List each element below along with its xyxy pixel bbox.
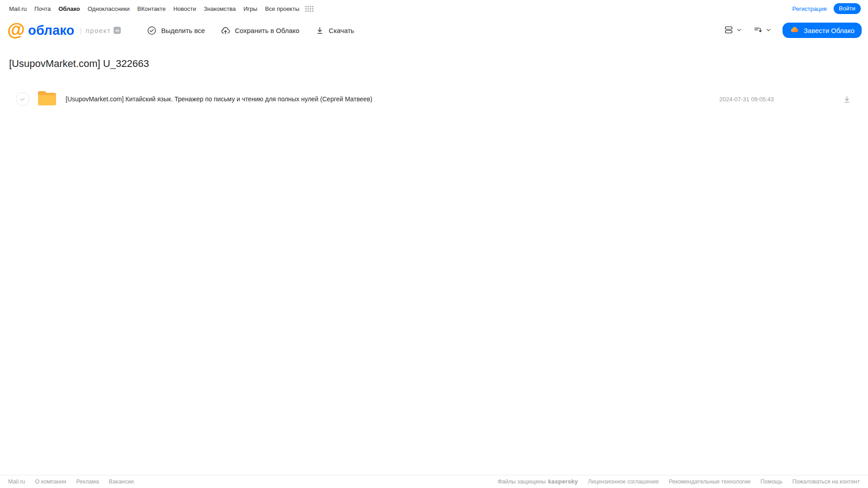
footer-link-mailru[interactable]: Mail.ru (8, 479, 25, 485)
logo-divider: | (80, 27, 82, 34)
download-button[interactable]: Скачать (315, 26, 354, 35)
footer-right-links: Файлы защищены kaspersky Лицензионное со… (498, 478, 860, 485)
row-download-button[interactable] (843, 95, 851, 104)
footer-link-about[interactable]: О компании (35, 479, 66, 485)
topnav-item-odnoklassniki[interactable]: Одноклассники (88, 5, 130, 12)
mailru-at-icon: @ (7, 21, 25, 38)
footer-link-recommendation-tech[interactable]: Рекомендательные технологии (669, 479, 750, 485)
footer-link-report-content[interactable]: Пожаловаться на контент (792, 479, 860, 485)
file-name[interactable]: [UsupovMarket.com] Китайский язык. Трена… (66, 95, 719, 103)
sort-control[interactable] (753, 25, 772, 36)
select-all-label: Выделить все (161, 27, 205, 34)
topnav-item-vse-proekty[interactable]: Все проекты (265, 5, 299, 12)
check-circle-icon (147, 26, 157, 35)
row-checkbox[interactable] (16, 92, 29, 106)
projects-grid-icon[interactable] (305, 6, 313, 12)
folder-icon[interactable] (37, 90, 57, 109)
topnav-item-oblako[interactable]: Облако (58, 5, 80, 12)
auth-area: Регистрация Войти (792, 3, 861, 14)
logo-wordmark: облако (28, 23, 75, 38)
footer-link-license[interactable]: Лицензионное соглашение (588, 479, 659, 485)
login-button[interactable]: Войти (834, 3, 861, 14)
sort-icon (753, 25, 763, 36)
registration-link[interactable]: Регистрация (792, 5, 827, 12)
footer-left-links: Mail.ru О компании Реклама Вакансии (8, 479, 134, 485)
kaspersky-logo[interactable]: kaspersky (548, 478, 578, 485)
cloud-orange-icon (790, 25, 800, 36)
create-cloud-button[interactable]: Завести Облако (783, 23, 862, 38)
download-icon (843, 95, 851, 104)
view-toggle-icon (724, 25, 734, 36)
download-icon (315, 26, 324, 35)
file-actions-toolbar: Выделить все Сохранить в Облако Скачат (147, 26, 354, 35)
topnav-item-pochta[interactable]: Почта (34, 5, 51, 12)
footer: Mail.ru О компании Реклама Вакансии Файл… (0, 475, 868, 488)
topnav-item-igry[interactable]: Игры (243, 5, 257, 12)
chevron-down-icon (765, 27, 772, 34)
cloud-upload-icon (221, 26, 230, 35)
footer-link-jobs[interactable]: Вакансии (109, 479, 134, 485)
topnav-item-mailru[interactable]: Mail.ru (9, 5, 27, 12)
header-right-controls: Завести Облако (724, 23, 862, 38)
main-content: [UsupovMarket.com] U_322663 [UsupovMarke… (0, 44, 868, 475)
header: @ облако | проект vk Выделить все (0, 16, 868, 44)
check-icon (19, 96, 26, 102)
file-date: 2024-07-31 09:05:43 (719, 96, 774, 103)
save-to-cloud-label: Сохранить в Облако (235, 27, 299, 34)
view-mode-control[interactable] (724, 25, 742, 36)
topnav-item-vkontakte[interactable]: ВКонтакте (138, 5, 166, 12)
chevron-down-icon (736, 27, 742, 34)
select-all-button[interactable]: Выделить все (147, 26, 205, 35)
page-title: [UsupovMarket.com] U_322663 (9, 58, 859, 70)
files-protected-note: Файлы защищены kaspersky (498, 478, 578, 485)
top-nav: Mail.ru Почта Облако Одноклассники ВКонт… (0, 0, 868, 16)
topnav-item-znakomstva[interactable]: Знакомства (204, 5, 236, 12)
file-row[interactable]: [UsupovMarket.com] Китайский язык. Трена… (9, 90, 859, 109)
vk-logo-icon: vk (114, 27, 121, 34)
footer-link-ads[interactable]: Реклама (76, 479, 99, 485)
cloud-logo[interactable]: @ облако | проект vk (7, 23, 121, 38)
download-label: Скачать (329, 27, 354, 34)
create-cloud-label: Завести Облако (804, 27, 854, 34)
footer-link-help[interactable]: Помощь (760, 479, 782, 485)
save-to-cloud-button[interactable]: Сохранить в Облако (221, 26, 299, 35)
project-label: проект (85, 27, 111, 34)
portal-links: Mail.ru Почта Облако Одноклассники ВКонт… (9, 5, 313, 12)
protected-text: Файлы защищены (498, 479, 545, 485)
topnav-item-novosti[interactable]: Новости (173, 5, 196, 12)
